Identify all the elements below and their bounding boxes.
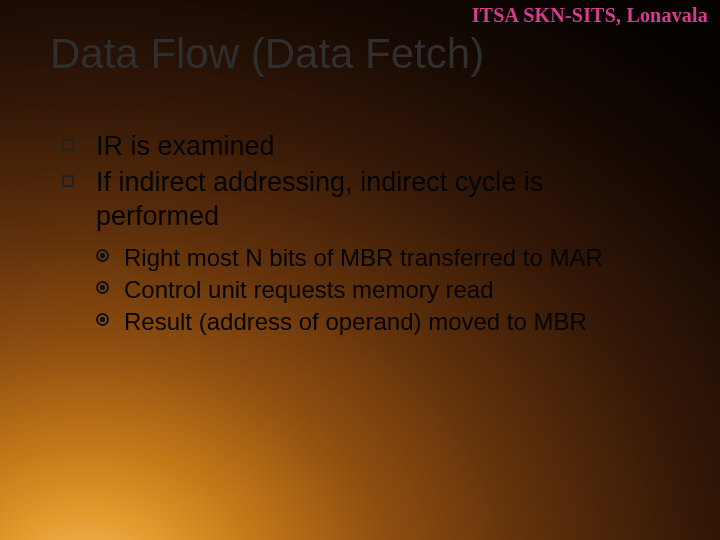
slide-title: Data Flow (Data Fetch) [50,30,484,78]
sub-bullet-item: Right most N bits of MBR transferred to … [96,243,670,273]
slide-content: IR is examined If indirect addressing, i… [60,130,670,339]
sub-bullet-item: Control unit requests memory read [96,275,670,305]
org-header: ITSA SKN-SITS, Lonavala [472,4,708,27]
bullet-item: IR is examined [60,130,670,164]
sublist: Right most N bits of MBR transferred to … [96,243,670,337]
slide: ITSA SKN-SITS, Lonavala Data Flow (Data … [0,0,720,540]
bullet-item: If indirect addressing, indirect cycle i… [60,166,670,234]
sub-bullet-item: Result (address of operand) moved to MBR [96,307,670,337]
